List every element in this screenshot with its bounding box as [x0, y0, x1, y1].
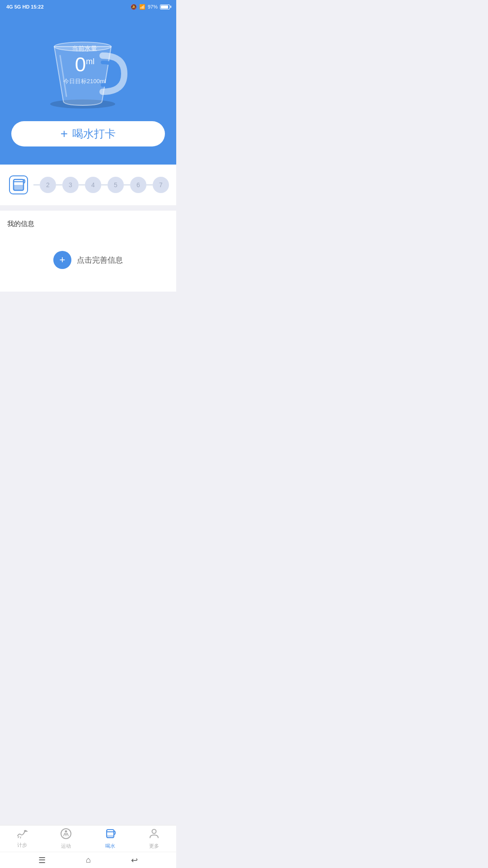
tracker-step-6: 6 [130, 177, 146, 193]
tracker-step-7: 7 [153, 177, 169, 193]
connector-5-6 [124, 184, 130, 185]
add-info-button[interactable]: + 点击完善信息 [7, 242, 169, 283]
current-water-label: 当前水量 [63, 45, 106, 53]
add-info-label: 点击完善信息 [77, 255, 123, 265]
cup-text: 当前水量 0ml 今日目标2100ml [63, 45, 106, 85]
connector-4-5 [101, 184, 108, 185]
cup-illustration: 当前水量 0ml 今日目标2100ml [34, 22, 142, 112]
status-right: 🔕 📶 97% [131, 4, 170, 10]
network-indicator: 4G 5G HD [6, 4, 29, 9]
tracker-step-1 [7, 174, 30, 196]
info-card: 我的信息 + 点击完善信息 [0, 211, 176, 292]
connector-1-2 [33, 184, 40, 185]
header-area: 当前水量 0ml 今日目标2100ml + 喝水打卡 [0, 13, 176, 165]
add-info-icon: + [53, 251, 71, 269]
battery-icon [160, 5, 170, 9]
tracker-step-2: 2 [40, 177, 56, 193]
goal-label: 今日目标2100ml [63, 77, 106, 85]
connector-6-7 [146, 184, 153, 185]
time-display: 15:22 [31, 4, 43, 9]
tracker-row: 2 3 4 5 6 7 [7, 174, 169, 196]
checkin-plus-icon: + [61, 127, 68, 140]
tracker-step-4: 4 [85, 177, 101, 193]
info-card-title: 我的信息 [7, 220, 169, 228]
connector-2-3 [56, 184, 62, 185]
bell-icon: 🔕 [131, 4, 137, 10]
status-bar: 4G 5G HD 15:22 🔕 📶 97% [0, 0, 176, 13]
current-water-value: 0ml [63, 55, 106, 75]
status-left: 4G 5G HD 15:22 [6, 4, 44, 9]
progress-card: 2 3 4 5 6 7 [0, 165, 176, 205]
wifi-icon: 📶 [139, 4, 145, 10]
checkin-button[interactable]: + 喝水打卡 [11, 121, 165, 146]
svg-rect-5 [14, 185, 23, 190]
main-content: 2 3 4 5 6 7 我的信息 + 点击完善信息 [0, 165, 176, 351]
tracker-step-3: 3 [62, 177, 79, 193]
checkin-label: 喝水打卡 [72, 127, 116, 141]
connector-3-4 [79, 184, 85, 185]
battery-percent: 97% [148, 4, 158, 9]
tracker-step-5: 5 [108, 177, 124, 193]
